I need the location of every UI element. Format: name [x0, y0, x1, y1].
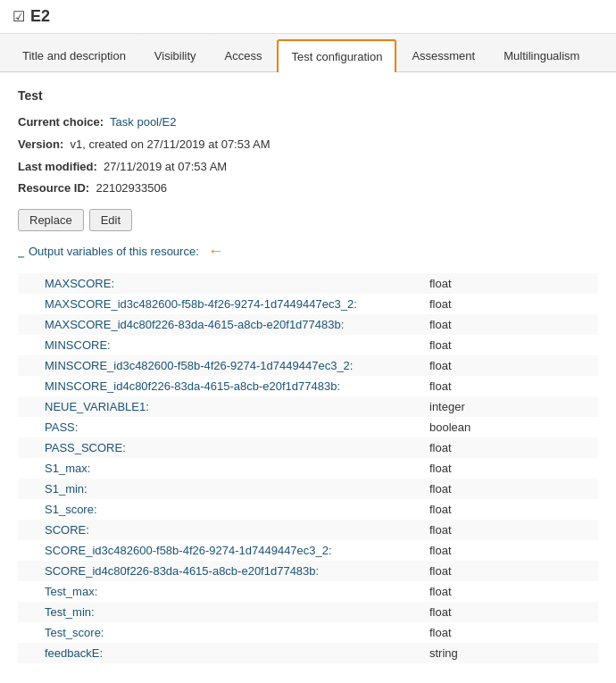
table-row: SCORE:float [18, 520, 598, 540]
variable-type: string [424, 643, 598, 663]
tab-access[interactable]: Access [212, 39, 276, 71]
variable-name: MINSCORE_id3c482600-f58b-4f26-9274-1d744… [18, 355, 424, 376]
last-modified-label: Last modified: [18, 160, 97, 173]
table-row: Test_min:float [18, 602, 598, 622]
version-label: Version: [18, 137, 63, 151]
e2-checkbox-icon[interactable]: ☑ [12, 8, 25, 25]
replace-button[interactable]: Replace [18, 209, 84, 231]
variable-type: boolean [424, 417, 598, 437]
variable-link[interactable]: MAXSCORE_id4c80f226-83da-4615-a8cb-e20f1… [45, 318, 344, 331]
variable-link[interactable]: Test_max: [45, 585, 97, 598]
variable-link[interactable]: PASS_SCORE: [45, 441, 126, 454]
variable-link[interactable]: SCORE_id3c482600-f58b-4f26-9274-1d744944… [45, 544, 332, 557]
last-modified-line: Last modified: 27/11/2019 at 07:53 AM [18, 158, 598, 177]
tab-test-configuration[interactable]: Test configuration [277, 39, 396, 72]
current-choice-label: Current choice: [18, 115, 104, 129]
current-choice-line: Current choice: Task pool/E2 [18, 113, 598, 132]
table-row: SCORE_id3c482600-f58b-4f26-9274-1d744944… [18, 540, 598, 561]
variable-link[interactable]: SCORE: [45, 523, 89, 537]
variable-type: float [424, 499, 598, 520]
tab-multilingualism[interactable]: Multilingualism [490, 39, 593, 71]
table-row: PASS_SCORE:float [18, 437, 598, 458]
variable-name: NEUE_VARIABLE1: [18, 396, 424, 417]
variable-name: S1_score: [18, 499, 424, 520]
tab-visibility[interactable]: Visibility [141, 39, 210, 71]
variable-name: feedbackE: [18, 643, 424, 663]
variable-name: Test_min: [18, 602, 424, 622]
variable-name: SCORE_id4c80f226-83da-4615-a8cb-e20f1d77… [18, 561, 424, 581]
page-title: E2 [30, 7, 50, 26]
table-row: S1_min:float [18, 479, 598, 499]
variable-type: float [424, 602, 598, 622]
variable-type: float [424, 335, 598, 355]
table-row: MAXSCORE_id3c482600-f58b-4f26-9274-1d744… [18, 294, 598, 314]
variable-type: float [424, 355, 598, 376]
variable-link[interactable]: MAXSCORE_id3c482600-f58b-4f26-9274-1d744… [45, 297, 357, 311]
variable-link[interactable]: MINSCORE_id3c482600-f58b-4f26-9274-1d744… [45, 359, 353, 372]
arrow-indicator: ← [208, 242, 224, 261]
table-row: MINSCORE:float [18, 335, 598, 355]
table-row: MAXSCORE_id4c80f226-83da-4615-a8cb-e20f1… [18, 314, 598, 335]
variable-type: integer [424, 396, 598, 417]
output-toggle[interactable]: ⎯ Output variables of this resource: ← [18, 242, 598, 261]
resource-id-value: 22102933506 [96, 181, 167, 195]
variable-type: float [424, 376, 598, 396]
current-choice-value[interactable]: Task pool/E2 [110, 115, 176, 129]
table-row: feedbackE:string [18, 643, 598, 663]
variable-name: MINSCORE: [18, 335, 424, 355]
edit-button[interactable]: Edit [89, 209, 132, 231]
tabs-bar: Title and description Visibility Access … [0, 34, 616, 72]
variable-name: PASS_SCORE: [18, 437, 424, 458]
table-row: MINSCORE_id3c482600-f58b-4f26-9274-1d744… [18, 355, 598, 376]
variable-name: SCORE: [18, 520, 424, 540]
variable-type: float [424, 540, 598, 561]
action-buttons: Replace Edit [18, 209, 598, 231]
table-row: S1_score:float [18, 499, 598, 520]
table-row: SCORE_id4c80f226-83da-4615-a8cb-e20f1d77… [18, 561, 598, 581]
variable-name: Test_score: [18, 622, 424, 643]
variable-link[interactable]: PASS: [45, 421, 78, 434]
variable-link[interactable]: MINSCORE: [45, 338, 111, 352]
variable-link[interactable]: S1_max: [45, 462, 90, 475]
variable-name: MAXSCORE_id3c482600-f58b-4f26-9274-1d744… [18, 294, 424, 314]
toggle-minus-icon: ⎯ [18, 246, 24, 258]
variable-type: float [424, 622, 598, 643]
table-row: MAXSCORE:float [18, 273, 598, 294]
variable-name: Test_max: [18, 581, 424, 602]
variable-link[interactable]: Test_min: [45, 605, 95, 619]
resource-id-label: Resource ID: [18, 181, 89, 195]
variable-link[interactable]: feedbackE: [45, 646, 103, 660]
page-header: ☑ E2 [0, 0, 616, 34]
variable-name: S1_max: [18, 458, 424, 479]
variables-table: MAXSCORE:floatMAXSCORE_id3c482600-f58b-4… [18, 273, 598, 663]
variable-link[interactable]: MINSCORE_id4c80f226-83da-4615-a8cb-e20f1… [45, 379, 340, 393]
variable-type: float [424, 581, 598, 602]
resource-id-line: Resource ID: 22102933506 [18, 179, 598, 198]
variable-link[interactable]: S1_min: [45, 482, 87, 496]
variable-name: MINSCORE_id4c80f226-83da-4615-a8cb-e20f1… [18, 376, 424, 396]
variable-type: float [424, 314, 598, 335]
tab-assessment[interactable]: Assessment [398, 39, 488, 71]
variable-link[interactable]: SCORE_id4c80f226-83da-4615-a8cb-e20f1d77… [45, 564, 319, 578]
variable-name: SCORE_id3c482600-f58b-4f26-9274-1d744944… [18, 540, 424, 561]
table-row: S1_max:float [18, 458, 598, 479]
output-toggle-label: Output variables of this resource: [29, 245, 199, 258]
variable-type: float [424, 437, 598, 458]
variable-link[interactable]: Test_score: [45, 626, 104, 639]
variable-link[interactable]: NEUE_VARIABLE1: [45, 400, 149, 413]
variable-link[interactable]: S1_score: [45, 503, 97, 516]
version-line: Version: v1, created on 27/11/2019 at 07… [18, 136, 598, 154]
variable-type: float [424, 479, 598, 499]
table-row: PASS:boolean [18, 417, 598, 437]
variable-link[interactable]: MAXSCORE: [45, 277, 114, 290]
variable-name: PASS: [18, 417, 424, 437]
variable-type: float [424, 520, 598, 540]
table-row: NEUE_VARIABLE1:integer [18, 396, 598, 417]
last-modified-value: 27/11/2019 at 07:53 AM [104, 160, 227, 173]
table-row: MINSCORE_id4c80f226-83da-4615-a8cb-e20f1… [18, 376, 598, 396]
tab-title-desc[interactable]: Title and description [9, 39, 139, 71]
variable-name: MAXSCORE_id4c80f226-83da-4615-a8cb-e20f1… [18, 314, 424, 335]
variable-type: float [424, 294, 598, 314]
variable-name: S1_min: [18, 479, 424, 499]
variable-type: float [424, 458, 598, 479]
